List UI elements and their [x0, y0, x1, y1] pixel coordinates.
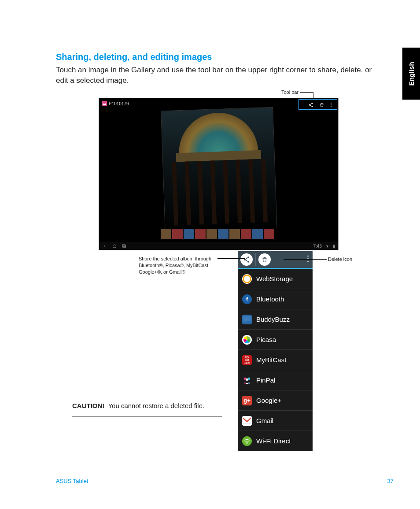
callout-toolbar-label: Tool bar: [281, 89, 298, 95]
gallery-thumbstrip[interactable]: [99, 228, 338, 240]
back-icon[interactable]: [102, 244, 108, 248]
caution-note: CAUTION! You cannot restore a deleted fi…: [72, 402, 204, 409]
trash-icon[interactable]: [320, 102, 324, 108]
share-item-buddybuzz[interactable]: … BuddyBuzz: [238, 309, 313, 330]
share-item-webstorage[interactable]: WebStorage: [238, 269, 313, 289]
section-body: Touch an image in the Gallery and use th…: [56, 65, 373, 86]
svg-point-14: [307, 261, 309, 262]
home-icon[interactable]: [112, 244, 117, 248]
share-item-label: BuddyBuzz: [256, 316, 290, 323]
share-button[interactable]: [238, 251, 255, 268]
share-item-label: WebStorage: [256, 275, 293, 282]
wifidirect-icon: [242, 436, 252, 446]
section-heading: Sharing, deleting, and editing images: [56, 52, 212, 62]
footer-page-number: 37: [387, 478, 394, 484]
share-item-label: Google+: [256, 397, 281, 404]
bluetooth-icon: [242, 294, 252, 304]
svg-text:…: …: [244, 317, 247, 320]
gallery-systembar: 7:43 ▾ ▮: [99, 242, 338, 250]
callout-share-label: Share the selected album through Bluetoo…: [139, 256, 216, 275]
share-item-mybitcast[interactable]: MyBitCast MyBitCast: [238, 350, 313, 370]
trash-icon: [258, 253, 271, 266]
thumbnail[interactable]: [161, 229, 171, 239]
svg-rect-0: [102, 101, 107, 106]
gallery-topbar: P1010179: [99, 98, 338, 109]
share-icon[interactable]: [308, 102, 313, 108]
gallery-image-title: P1010179: [109, 101, 129, 106]
callout-share-leader: [217, 258, 245, 259]
thumbnail[interactable]: [252, 229, 263, 239]
share-item-label: PinPal: [256, 376, 275, 384]
language-tab: English: [402, 48, 420, 100]
battery-icon: ▮: [333, 244, 335, 249]
thumbnail[interactable]: [241, 229, 251, 239]
mybitcast-icon: MyBitCast: [242, 355, 252, 365]
gallery-screenshot: P1010179 7:43 ▾ ▮: [99, 98, 339, 250]
overflow-icon[interactable]: [307, 255, 309, 264]
gallery-photo[interactable]: [161, 107, 277, 235]
webstorage-icon: [242, 274, 252, 284]
callout-delete-label: Delete icon: [328, 256, 352, 262]
share-item-label: Wi-Fi Direct: [256, 437, 291, 445]
caution-rule-bottom: [72, 416, 222, 416]
share-icon: [240, 253, 253, 266]
svg-point-5: [331, 104, 332, 105]
thumbnail[interactable]: [229, 229, 240, 239]
share-item-label: Bluetooth: [256, 295, 284, 303]
buddybuzz-icon: …: [242, 315, 252, 324]
caution-label: CAUTION!: [72, 402, 104, 409]
svg-point-21: [247, 443, 247, 444]
thumbnail[interactable]: [184, 229, 194, 239]
gmail-icon: [242, 416, 252, 426]
share-item-gmail[interactable]: Gmail: [238, 411, 313, 431]
callout-delete-leader: [284, 259, 327, 260]
gallery-app-icon: [102, 101, 107, 106]
overflow-icon[interactable]: [330, 102, 332, 108]
thumbnail[interactable]: [172, 229, 183, 239]
share-menu-header: [238, 251, 313, 269]
thumbnail[interactable]: [206, 229, 217, 239]
caution-rule-top: [72, 396, 222, 396]
svg-point-6: [331, 106, 332, 107]
caution-text: You cannot restore a deleted file.: [108, 402, 204, 409]
status-time: 7:43: [313, 244, 322, 249]
share-item-label: Picasa: [256, 336, 276, 343]
gallery-toolbar: [304, 100, 336, 110]
svg-point-19: [246, 378, 248, 381]
share-menu: WebStorage Bluetooth … BuddyBuzz Picasa …: [238, 251, 313, 451]
share-item-label: MyBitCast: [256, 356, 286, 364]
svg-point-12: [307, 256, 309, 257]
share-item-wifidirect[interactable]: Wi-Fi Direct: [238, 431, 313, 451]
share-item-googleplus[interactable]: g+ Google+: [238, 390, 313, 411]
language-tab-label: English: [408, 62, 415, 85]
thumbnail[interactable]: [218, 229, 228, 239]
svg-point-4: [331, 103, 332, 104]
share-item-label: Gmail: [256, 417, 273, 424]
share-item-pinpal[interactable]: PinPal: [238, 370, 313, 390]
recent-icon[interactable]: [121, 244, 126, 248]
share-item-bluetooth[interactable]: Bluetooth: [238, 289, 313, 309]
pinpal-icon: [242, 375, 252, 385]
thumbnail[interactable]: [264, 229, 274, 239]
delete-button[interactable]: [256, 251, 273, 268]
footer-product: ASUS Tablet: [56, 478, 88, 484]
share-item-picasa[interactable]: Picasa: [238, 330, 313, 350]
wifi-icon: ▾: [326, 244, 328, 249]
googleplus-icon: g+: [242, 396, 252, 405]
thumbnail[interactable]: [195, 229, 206, 239]
picasa-icon: [242, 335, 252, 345]
